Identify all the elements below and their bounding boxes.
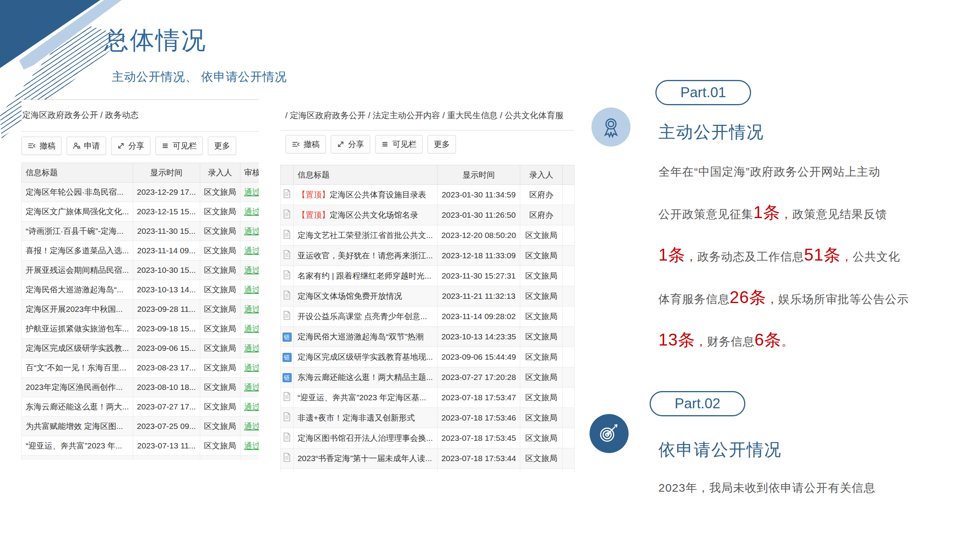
row-title-link[interactable]: 为共富赋能增效 定海区图...	[22, 417, 133, 436]
row-title-link[interactable]: 喜报！定海区多道菜品入选...	[22, 241, 133, 261]
status-pass-link[interactable]: 通过	[244, 363, 259, 372]
row-title-link[interactable]: 百“文”不如一见！东海百里...	[22, 358, 133, 378]
withdraw-button[interactable]: 撤稿	[286, 135, 326, 153]
list-icon	[381, 141, 389, 148]
row-title-link[interactable]: 开展亚残运会期间精品民宿...	[22, 261, 133, 280]
row-time: 2023-11-30 15:27:31	[437, 266, 520, 286]
link-icon: 链	[283, 333, 292, 342]
breadcrumb[interactable]: / 定海区政府政务公开 / 法定主动公开内容 / 重大民生信息 / 公共文化体育…	[285, 110, 575, 121]
status-pass-link[interactable]: 通过	[244, 305, 259, 313]
row-time: 2023-07-18 17:53:47	[437, 388, 520, 408]
row-clipped-cell	[563, 246, 575, 266]
row-title-link[interactable]: 【置顶】定海区公共文化场馆名录	[294, 205, 438, 225]
row-title-link[interactable]: 定海区完成区级研学实践教育基地现...	[294, 347, 438, 367]
column-header[interactable]	[281, 165, 294, 185]
status-pass-link[interactable]: 通过	[244, 285, 259, 294]
table-row: 定海民俗大巡游激起海岛“...2023-10-13 14...区文旅局通过	[22, 280, 259, 300]
table-row: 为共富赋能增效 定海区图...2023-07-25 09...区文旅局通过	[22, 417, 259, 436]
button-label: 撤稿	[39, 140, 56, 151]
row-type-cell	[281, 448, 294, 469]
status-pass-link[interactable]: 通过	[244, 246, 259, 255]
row-title-text: 东海云廊还能这么逛！两大精品主题...	[297, 373, 433, 381]
paragraph-line: 体育服务信息26条，娱乐场所审批等公告公示	[658, 277, 909, 320]
more-button[interactable]: 更多	[428, 135, 456, 153]
row-title-link[interactable]: 东海云廊还能这么逛！两大...	[22, 397, 133, 417]
row-title-link[interactable]: 定海区图书馆召开法人治理理事会换...	[294, 428, 438, 448]
row-title-link[interactable]: 非遗+夜市！定海非遗又创新形式	[294, 408, 438, 428]
row-title-link[interactable]: 护航亚运抓紧做实旅游包车...	[22, 319, 133, 339]
row-title-link[interactable]: 东海云廊还能这么逛！两大精品主题...	[294, 367, 438, 388]
row-operator: 区文旅局	[200, 202, 240, 222]
status-pass-link[interactable]: 通过	[244, 324, 259, 333]
row-title-link[interactable]: 定海民俗大巡游激起海岛“双节”热潮	[294, 327, 438, 347]
row-title-link[interactable]: 定海区开展2023年中秋国...	[22, 300, 133, 319]
column-header[interactable]: 显示时间	[437, 165, 520, 185]
status-pass-link[interactable]: 通过	[244, 422, 259, 430]
status-pass-link[interactable]: 通过	[244, 207, 259, 216]
row-title-link[interactable]: “迎亚运、奔共富”2023 年...	[22, 436, 133, 456]
divider	[21, 131, 259, 132]
row-title-link[interactable]: 【置顶】定海区公共体育设施目录表	[294, 185, 438, 205]
table-row: 护航亚运抓紧做实旅游包车...2023-09-18 15...区文旅局通过	[22, 319, 259, 339]
row-title-text: 2023“书香定海”第十一届未成年人读...	[297, 454, 432, 463]
share-button[interactable]: 分享	[331, 135, 370, 153]
status-pass-link[interactable]: 通过	[244, 187, 259, 196]
row-title-link[interactable]: “迎亚运、奔共富”2023 年定海区基...	[294, 388, 438, 408]
share-button[interactable]: 分享	[111, 137, 150, 155]
row-title-link[interactable]: 定海区图书馆开展“五一”线上有奖竞答	[294, 469, 438, 473]
breadcrumb[interactable]: 定海区政府政务公开 / 政务动态	[22, 110, 259, 121]
table-row: 链定海区图书馆开展“五一”线上有奖竞答2023-05-10 10:42:24门芳…	[281, 469, 575, 473]
row-title-link[interactable]: “诗画浙江·百县千碗”-定海...	[22, 222, 133, 241]
paragraph-line: 2023年，我局未收到依申请公开有关信息	[658, 480, 875, 496]
column-header[interactable]: 审核	[240, 163, 259, 183]
part-02-heading: 依申请公开情况	[658, 439, 782, 461]
row-title-link[interactable]: 定海区年轮公园·非岛民宿...	[22, 183, 133, 202]
row-time: 2023-07-27 17...	[133, 397, 200, 417]
column-header[interactable]: 录入人	[520, 165, 562, 185]
row-operator: 区文旅局	[520, 246, 562, 266]
more-button[interactable]: 更多	[208, 137, 236, 155]
row-title-link[interactable]: 定海区文广旅体局强化文化...	[22, 202, 133, 222]
row-time: 2023-07-27 17:20:28	[437, 367, 520, 388]
row-title-link[interactable]: 2023“书香定海”第十一届未成年人读...	[294, 448, 438, 469]
table-row: 链东海云廊还能这么逛！两大精品主题...2023-07-27 17:20:28区…	[281, 367, 575, 388]
column-header[interactable]: 信息标题	[22, 163, 133, 183]
row-title-link[interactable]: 定海区文体场馆免费开放情况	[294, 286, 438, 306]
status-pass-link[interactable]: 通过	[244, 383, 259, 391]
row-time: 2023-07-18 17:53:45	[437, 428, 520, 448]
row-title-text: 定海区公共体育设施目录表	[330, 190, 426, 199]
row-title-link[interactable]: 名家有约 | 跟着程继红老师穿越时光...	[294, 266, 438, 286]
row-type-cell	[281, 246, 294, 266]
column-header[interactable]: 信息标题	[294, 165, 438, 185]
row-title-link[interactable]: 定海民俗大巡游激起海岛“...	[22, 280, 133, 300]
revoke-icon	[28, 142, 36, 149]
status-pass-link[interactable]: 通过	[244, 402, 259, 411]
row-title-link[interactable]: 定海区完成区级研学实践教...	[22, 339, 133, 358]
row-time: 2023-10-13 14:23:35	[437, 327, 520, 347]
visible-columns-button[interactable]: 可见栏	[375, 135, 423, 153]
row-title-link[interactable]: 亚运收官，美好犹在！请您再来浙江...	[294, 246, 438, 266]
table-row: 开设公益乐高课堂 点亮青少年创意...2023-11-14 09:28:02区文…	[281, 306, 575, 327]
column-header[interactable]	[563, 165, 575, 185]
row-title-link[interactable]: 定海文艺社工荣登浙江省首批公共文...	[294, 225, 438, 246]
apply-button[interactable]: 申请	[67, 137, 106, 155]
row-title-text: “迎亚运、奔共富”2023 年定海区基...	[297, 393, 426, 402]
row-status: 通过	[240, 222, 259, 241]
status-pass-link[interactable]: 通过	[244, 266, 259, 274]
row-title-link[interactable]: 非遗+夜市！定海非遗又创...	[22, 456, 133, 460]
row-type-cell	[281, 306, 294, 327]
withdraw-button[interactable]: 撤稿	[21, 137, 62, 155]
row-title-link[interactable]: 2023年定海区渔民画创作...	[22, 378, 133, 397]
status-pass-link[interactable]: 通过	[244, 344, 259, 352]
row-time: 2023-06-26 15...	[133, 456, 200, 460]
table-header-row: 信息标题显示时间录入人审核审核时间	[22, 163, 259, 183]
row-title-text: 定海区完成区级研学实践教育基地现...	[297, 352, 433, 361]
column-header[interactable]: 录入人	[200, 163, 240, 183]
status-pass-link[interactable]: 通过	[244, 227, 259, 235]
visible-columns-button[interactable]: 可见栏	[155, 137, 203, 155]
row-time: 2023-08-23 17...	[133, 358, 200, 378]
row-title-link[interactable]: 开设公益乐高课堂 点亮青少年创意...	[294, 306, 438, 327]
status-pass-link[interactable]: 通过	[244, 441, 259, 450]
row-type-cell	[281, 286, 294, 306]
column-header[interactable]: 显示时间	[133, 163, 200, 183]
